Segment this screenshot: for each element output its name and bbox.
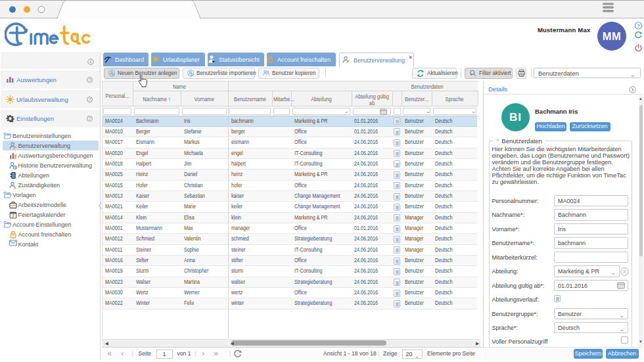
svg-text:?: ? <box>637 23 640 29</box>
svg-text:3: 3 <box>12 213 14 217</box>
